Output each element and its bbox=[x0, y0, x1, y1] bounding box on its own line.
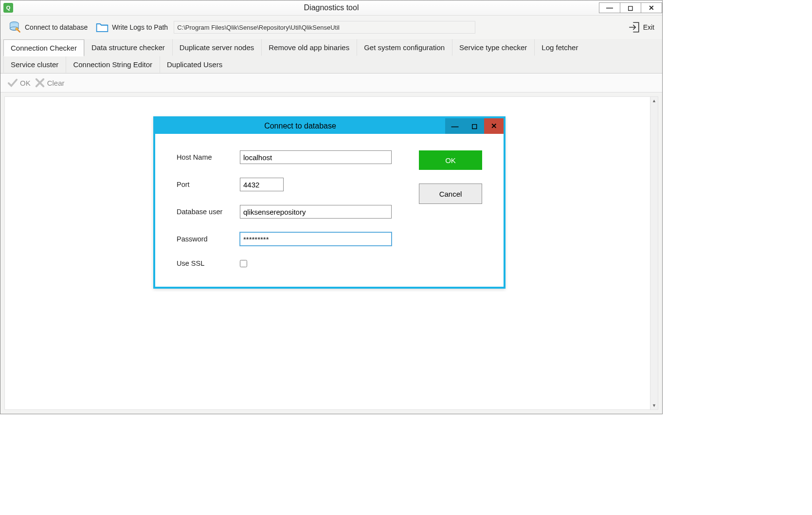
scroll-up-icon[interactable]: ▲ bbox=[650, 97, 658, 105]
database-user-label: Database user bbox=[177, 208, 240, 216]
app-icon: Q bbox=[3, 3, 13, 13]
close-button[interactable]: ✕ bbox=[641, 2, 662, 13]
database-icon bbox=[8, 20, 22, 34]
tab-data-structure-checker[interactable]: Data structure checker bbox=[84, 39, 172, 56]
x-icon bbox=[35, 77, 45, 88]
svg-point-2 bbox=[16, 28, 18, 30]
check-icon bbox=[7, 77, 18, 88]
minimize-button[interactable]: — bbox=[599, 2, 620, 13]
dialog-cancel-button[interactable]: Cancel bbox=[419, 184, 482, 204]
tab-get-system-configuration[interactable]: Get system configuration bbox=[357, 39, 452, 56]
tab-connection-checker[interactable]: Connection Checker bbox=[3, 39, 84, 56]
clear-action-label: Clear bbox=[47, 79, 65, 87]
clear-action-button[interactable]: Clear bbox=[35, 77, 65, 88]
tab-remove-old-app-binaries[interactable]: Remove old app binaries bbox=[261, 39, 357, 56]
use-ssl-checkbox[interactable] bbox=[240, 260, 247, 267]
window-title: Diagnostics tool bbox=[0, 3, 662, 12]
dialog-close-button[interactable]: ✕ bbox=[484, 118, 504, 134]
dialog-maximize-button[interactable]: ◻ bbox=[465, 118, 484, 134]
connect-database-button[interactable]: Connect to database bbox=[4, 18, 91, 36]
main-window: Q Diagnostics tool — ◻ ✕ Connect to data… bbox=[0, 0, 663, 414]
connect-database-label: Connect to database bbox=[25, 23, 88, 31]
connect-database-dialog: Connect to database — ◻ ✕ Host Name bbox=[153, 116, 505, 289]
folder-icon bbox=[95, 20, 109, 34]
tab-strip-top: Connection Checker Data structure checke… bbox=[0, 39, 662, 56]
write-logs-button[interactable]: Write Logs to Path bbox=[91, 18, 172, 36]
dialog-form: Host Name Port Database user Passwo bbox=[177, 150, 399, 267]
port-input[interactable] bbox=[240, 178, 284, 191]
tab-service-type-checker[interactable]: Service type checker bbox=[452, 39, 534, 56]
content-area: ▲ ▼ Connect to database — ◻ ✕ Host Na bbox=[0, 92, 662, 414]
content-panel: ▲ ▼ Connect to database — ◻ ✕ Host Na bbox=[4, 96, 658, 410]
exit-button[interactable]: Exit bbox=[624, 19, 658, 36]
exit-label: Exit bbox=[643, 23, 654, 31]
host-name-input[interactable] bbox=[240, 150, 392, 164]
titlebar: Q Diagnostics tool — ◻ ✕ bbox=[0, 0, 662, 15]
vertical-scrollbar[interactable]: ▲ ▼ bbox=[650, 97, 658, 409]
logs-path-input[interactable] bbox=[174, 21, 475, 34]
database-user-input[interactable] bbox=[240, 205, 392, 219]
host-name-label: Host Name bbox=[177, 153, 240, 161]
tab-service-cluster[interactable]: Service cluster bbox=[3, 56, 66, 73]
password-label: Password bbox=[177, 235, 240, 243]
dialog-minimize-button[interactable]: — bbox=[445, 118, 465, 134]
dialog-ok-button[interactable]: OK bbox=[419, 150, 482, 170]
ok-action-button[interactable]: OK bbox=[7, 77, 31, 88]
tab-duplicated-users[interactable]: Duplicated Users bbox=[160, 56, 230, 73]
ok-action-label: OK bbox=[20, 79, 31, 87]
tab-log-fetcher[interactable]: Log fetcher bbox=[534, 39, 585, 56]
exit-icon bbox=[628, 21, 640, 34]
action-bar: OK Clear bbox=[0, 74, 662, 92]
scroll-down-icon[interactable]: ▼ bbox=[650, 402, 658, 409]
maximize-button[interactable]: ◻ bbox=[620, 2, 641, 13]
tab-duplicate-server-nodes[interactable]: Duplicate server nodes bbox=[172, 39, 261, 56]
use-ssl-label: Use SSL bbox=[177, 259, 240, 267]
dialog-titlebar: Connect to database — ◻ ✕ bbox=[155, 118, 504, 134]
tab-strip-bottom: Service cluster Connection String Editor… bbox=[0, 56, 662, 74]
tab-connection-string-editor[interactable]: Connection String Editor bbox=[66, 56, 160, 73]
write-logs-label: Write Logs to Path bbox=[112, 23, 168, 31]
port-label: Port bbox=[177, 181, 240, 188]
password-input[interactable] bbox=[240, 232, 392, 246]
main-toolbar: Connect to database Write Logs to Path E… bbox=[0, 15, 662, 39]
dialog-title: Connect to database bbox=[155, 122, 445, 130]
